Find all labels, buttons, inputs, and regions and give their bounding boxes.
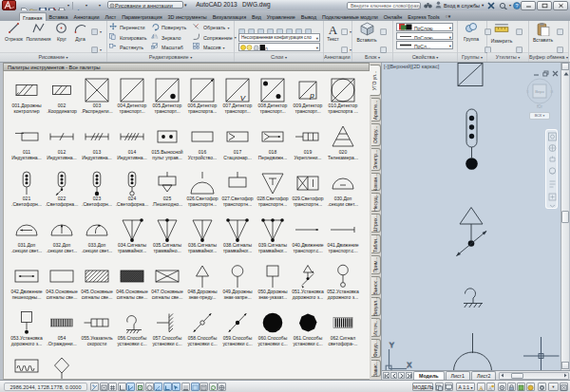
wcs-dropdown[interactable]: ВСК ▾ [529, 112, 550, 120]
palette-item-034[interactable]: 034.Сигналытрамвайног... [115, 216, 150, 254]
palette-item[interactable] [10, 356, 45, 380]
ribbon-tab-онлайн[interactable]: Онлайн [381, 12, 405, 21]
tool-circle-button[interactable]: Круг [52, 22, 71, 42]
palette-item-026[interactable]: 026.Светофортранспортн... [185, 170, 220, 208]
palette-item-010[interactable]: 010.Детектортранспорта ... [326, 77, 361, 115]
tool-stretch-button[interactable]: Растянуть [109, 43, 143, 52]
palette-item-023[interactable]: 023.Светофорн... [80, 170, 115, 208]
new-file-icon[interactable] [20, 2, 28, 9]
palette-item-012[interactable]: 012Индуктивна... [45, 123, 80, 161]
ribbon-tab-overflow-icon[interactable]: ○▾ [446, 11, 451, 21]
tool-insert-button[interactable]: Вставить [355, 22, 378, 43]
palette-item-007[interactable]: V007.Детектортранспорт... [220, 77, 256, 115]
palette-item-016[interactable]: 016Устройство... [185, 123, 220, 161]
color-dropdown[interactable]: ПоСлою▾ [396, 23, 453, 31]
clean-screen-button[interactable] [560, 383, 568, 391]
layout-tab-лист2[interactable]: Лист2 [471, 371, 496, 381]
signin-area[interactable]: Вход в службы▾ [435, 1, 484, 9]
status-toggle-lwt[interactable] [181, 383, 190, 391]
workspace-dropdown[interactable]: Рисование и аннотации [107, 1, 183, 9]
palette-tab-5[interactable]: Коман... [371, 173, 381, 191]
palette-item-021[interactable]: 021.Светофорн... [10, 170, 45, 208]
status-toggle-quickprops[interactable] [200, 383, 208, 391]
palette-item-057[interactable]: 057.Способыустановки с... [150, 309, 185, 347]
ribbon-tab-управление[interactable]: Управление [264, 12, 298, 21]
palette-item-002[interactable]: 002.Координатор [45, 77, 80, 115]
ribbon-tab-вставка[interactable]: Вставка [47, 12, 71, 21]
model-space-button[interactable]: МОДЕЛЬ [412, 383, 433, 391]
communication-center-icon[interactable]: ▾ [499, 1, 511, 9]
palette-item-033[interactable]: 033.Доп.секции свет... [80, 216, 115, 254]
palette-tab-6[interactable]: Несущ... [371, 193, 381, 212]
palette-item-059[interactable]: 059.Способыустановки с... [220, 309, 256, 347]
palette-item-049[interactable]: 049.Дорожнызнак-запре... [220, 263, 256, 301]
layout-tab-лист1[interactable]: Лист1 [446, 371, 470, 381]
status-toggle-otrack[interactable] [154, 383, 162, 391]
ellipse-tool-button[interactable]: ▾ [91, 41, 102, 58]
palette-item-051[interactable]: 051.Установкадорожного з... [291, 263, 326, 301]
quick-view-drawings-button[interactable] [445, 383, 453, 391]
maximize-button[interactable] [537, 1, 552, 10]
palette-item-052[interactable]: 052.Установкадорожного з... [326, 263, 361, 301]
palette-tab-11[interactable]: Визуал... [371, 297, 381, 316]
panel-label-groups[interactable]: Группы ▾ [458, 52, 486, 62]
status-toggle-transparency[interactable] [191, 383, 200, 391]
drawing-area[interactable]: YX [-][Верхний][2D каркас] ВерхЮгЗВ ВСК … [382, 63, 560, 370]
create-block-button[interactable] [380, 23, 388, 40]
open-folder-icon[interactable] [29, 2, 37, 9]
palette-item-042[interactable]: 042.Движениепешеходны... [10, 263, 45, 301]
rect-tool-button[interactable]: ▾ [91, 23, 102, 40]
horizontal-scrollbar[interactable] [499, 372, 569, 380]
tool-mirror-button[interactable]: Зеркало [151, 33, 181, 43]
viewcube[interactable]: ВерхЮгЗВ [524, 78, 555, 108]
palette-item-031[interactable]: 031.Доп.секции свет... [10, 216, 45, 254]
palette-tab-12[interactable]: Источ... [371, 318, 381, 337]
palette-item-019[interactable]: 019Укреплени... [291, 123, 326, 161]
tool-paste-button[interactable]: Вставить [531, 22, 555, 43]
plot-caret-icon[interactable]: ▾ [67, 3, 69, 8]
tool-rotate-button[interactable]: Повернуть [151, 23, 186, 32]
palette-tab-2[interactable]: Архите... [371, 98, 381, 121]
palette-item-039[interactable]: 039.Сигналытрамвайног... [256, 216, 291, 254]
tool-trim-button[interactable]: Обрезать ▾ [193, 23, 229, 32]
palette-item-004[interactable]: 004.Детектортранспорт... [115, 77, 150, 115]
status-toggle-osnap[interactable] [136, 383, 144, 391]
lineweight-dropdown[interactable]: ПоСл...▾ [396, 41, 453, 49]
ribbon-tab-подключаемые-модули[interactable]: Подключаемые модули [319, 12, 381, 21]
isolate-objects-button[interactable] [538, 383, 546, 391]
palette-item-024[interactable]: 024.Светофорна... [115, 170, 150, 208]
layer-state-dropdown[interactable]: Несохраненная конфигурация сло▾ [238, 33, 320, 42]
viewport-controls-label[interactable]: [-][Верхний][2D каркас] [384, 64, 439, 69]
annotation-visibility-button[interactable]: A [477, 383, 485, 391]
palette-item-029[interactable]: 029.Светофортранспортн... [291, 170, 326, 208]
scroll-up-button[interactable] [561, 63, 569, 70]
palette-item-027[interactable]: 027.Светофортранспортн... [220, 170, 256, 208]
tool-measure-button[interactable]: Измерить [489, 22, 514, 44]
palette-item-053[interactable]: 053.Установкадорожного з... [10, 309, 45, 347]
toolbar-lock-button[interactable] [507, 383, 516, 391]
palette-item-014[interactable]: 014Индуктивна... [115, 123, 150, 161]
palette-item-048[interactable]: 048.Дорожнызнак-преду... [185, 263, 220, 301]
ribbon-tab-вывод[interactable]: Вывод [298, 12, 319, 21]
palette-item-015[interactable]: 015.Выноснойпульт управ... [150, 123, 185, 161]
tool-polyline-button[interactable]: Полилиния [25, 22, 52, 42]
palette-item-038[interactable]: 038.Сигналытрамвайног... [220, 216, 256, 254]
copy-clip-button[interactable] [557, 41, 564, 58]
minimize-button[interactable] [521, 1, 536, 10]
last-layout-button[interactable] [406, 372, 412, 379]
quick-view-layouts-button[interactable] [435, 383, 444, 391]
palette-item-022[interactable]: 022.Светофорна... [45, 170, 80, 208]
undo-caret-icon[interactable]: ▾ [86, 3, 87, 8]
annotation-scale-button[interactable]: А 1:1 ▾ [456, 383, 475, 391]
palette-tab-7[interactable]: Штрих... [371, 214, 381, 233]
status-tray-caret-button[interactable]: ▾ [548, 383, 559, 391]
hardware-acceleration-button[interactable] [517, 383, 525, 391]
scrollbar-thumb[interactable] [561, 211, 569, 223]
workspace-switching-button[interactable] [498, 383, 506, 391]
palette-item-020[interactable]: 020Телекамера... [326, 123, 361, 161]
tool-move-button[interactable]: Перенести [109, 23, 145, 32]
palette-tab-1[interactable]: УГО ул... [370, 65, 381, 96]
palette-item-056[interactable]: 056.Способыустановки с... [115, 309, 150, 347]
palette-item-011[interactable]: 011Индуктивна... [10, 123, 45, 161]
palette-item-030[interactable]: 030.Доп.секции свет... [326, 170, 361, 208]
